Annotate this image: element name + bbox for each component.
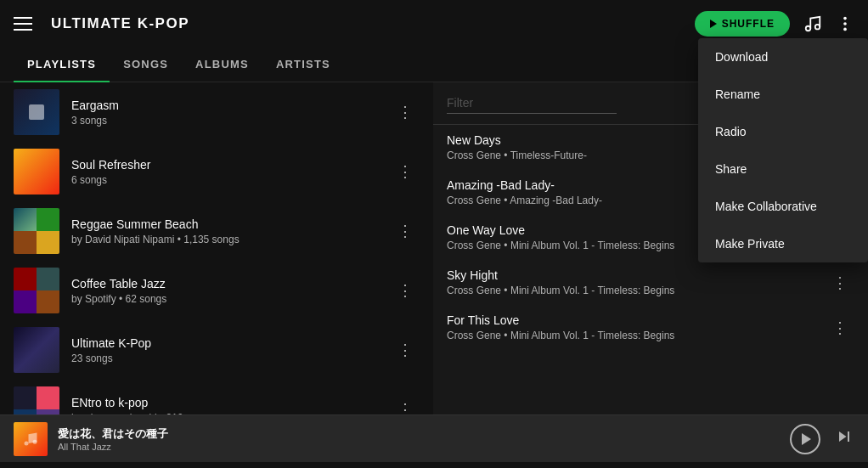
playlist-info: Soul Refresher 6 songs [71,158,391,186]
svg-point-4 [843,28,847,31]
header-icons [803,14,854,33]
context-menu-share[interactable]: Share [698,150,868,188]
now-playing-title: 愛は花、君はその種子 [58,426,780,442]
playlist-name: Coffee Table Jazz [71,277,391,290]
playlist-thumbnail [14,268,59,313]
now-playing-controls [790,424,854,454]
song-info: For This Love Cross Gene • Mini Album Vo… [447,313,826,341]
playlist-meta: 23 songs [71,352,391,364]
tab-songs[interactable]: SONGS [110,48,182,82]
playlist-name: Soul Refresher [71,158,391,172]
tab-playlists[interactable]: PLAYLISTS [14,48,110,82]
playlist-name: ENtro to k-pop [71,396,391,409]
playlist-thumbnail [14,149,59,195]
playlist-name: Eargasm [71,99,391,112]
playlist-thumbnail [14,386,59,414]
svg-point-7 [33,439,37,443]
playlist-more-button[interactable]: ⋮ [391,278,420,303]
playlist-info: ENtro to k-pop by glenn mcdonald • 219 s… [71,396,391,415]
song-meta: Cross Gene • Mini Album Vol. 1 - Timeles… [447,330,826,341]
context-menu-radio[interactable]: Radio [698,113,868,150]
playlist-info: Reggae Summer Beach by David Nipati Nipa… [71,217,391,245]
play-icon [802,433,811,445]
tab-albums[interactable]: ALBUMS [182,48,262,82]
playlist-more-button[interactable]: ⋮ [391,397,420,414]
playlist-thumbnail [14,89,59,135]
skip-next-button[interactable] [834,426,854,452]
now-playing-thumbnail [14,422,48,456]
playlist-meta: by Spotify • 62 songs [71,293,391,305]
now-playing-bar: 愛は花、君はその種子 All That Jazz [0,414,868,462]
song-more-button[interactable]: ⋮ [826,270,854,296]
playlist-name: Reggae Summer Beach [71,217,391,231]
context-menu-make-collaborative[interactable]: Make Collaborative [698,188,868,225]
playlist-more-button[interactable]: ⋮ [391,218,420,244]
playlist-thumbnail [14,327,59,373]
playlist-meta: 3 songs [71,115,391,127]
svg-point-2 [843,17,847,20]
playlist-meta: by David Nipati Nipami • 1,135 songs [71,234,391,245]
context-menu-rename[interactable]: Rename [698,76,868,113]
list-item[interactable]: Ultimate K-Pop 23 songs ⋮ [0,320,433,380]
playlist-info: Eargasm 3 songs [71,99,391,127]
svg-rect-5 [29,104,44,120]
list-item[interactable]: Reggae Summer Beach by David Nipati Nipa… [0,201,433,261]
svg-point-3 [843,22,847,25]
list-item[interactable]: Sky Hight Cross Gene • Mini Album Vol. 1… [433,260,868,305]
list-item[interactable]: Coffee Table Jazz by Spotify • 62 songs … [0,261,433,320]
menu-icon[interactable] [14,10,41,37]
svg-point-0 [806,26,811,31]
context-menu-make-private[interactable]: Make Private [698,225,868,262]
playlist-more-button[interactable]: ⋮ [391,99,420,125]
shuffle-button[interactable]: SHUFFLE [695,11,790,37]
list-item[interactable]: Eargasm 3 songs ⋮ [0,82,433,142]
svg-point-1 [815,25,820,29]
music-icon[interactable] [803,14,822,33]
playlists-panel: Eargasm 3 songs ⋮ Soul Refresher 6 songs… [0,82,433,414]
playlist-more-button[interactable]: ⋮ [391,159,420,184]
play-button[interactable] [790,424,820,454]
app-title: ULTIMATE K-POP [51,15,695,32]
list-item[interactable]: Soul Refresher 6 songs ⋮ [0,142,433,201]
shuffle-play-icon [710,20,717,28]
context-menu-download[interactable]: Download [698,38,868,76]
song-info: Sky Hight Cross Gene • Mini Album Vol. 1… [447,268,826,296]
filter-input[interactable] [447,93,617,114]
more-options-icon[interactable] [836,14,854,33]
playlist-info: Ultimate K-Pop 23 songs [71,336,391,364]
list-item[interactable]: ENtro to k-pop by glenn mcdonald • 219 s… [0,380,433,414]
playlist-info: Coffee Table Jazz by Spotify • 62 songs [71,277,391,305]
context-menu: Download Rename Radio Share Make Collabo… [698,38,868,262]
svg-point-6 [25,441,29,445]
song-more-button[interactable]: ⋮ [826,315,854,341]
playlist-more-button[interactable]: ⋮ [391,337,420,363]
tab-artists[interactable]: ARTISTS [262,48,344,82]
now-playing-artist: All That Jazz [58,442,780,452]
playlist-meta: by glenn mcdonald • 219 songs [71,412,391,415]
song-name: Sky Hight [447,268,826,282]
now-playing-info: 愛は花、君はその種子 All That Jazz [58,426,780,452]
list-item[interactable]: For This Love Cross Gene • Mini Album Vo… [433,305,868,350]
playlist-meta: 6 songs [71,174,391,186]
playlist-thumbnail [14,208,59,254]
song-name: For This Love [447,313,826,327]
song-meta: Cross Gene • Mini Album Vol. 1 - Timeles… [447,285,826,296]
playlist-name: Ultimate K-Pop [71,336,391,350]
